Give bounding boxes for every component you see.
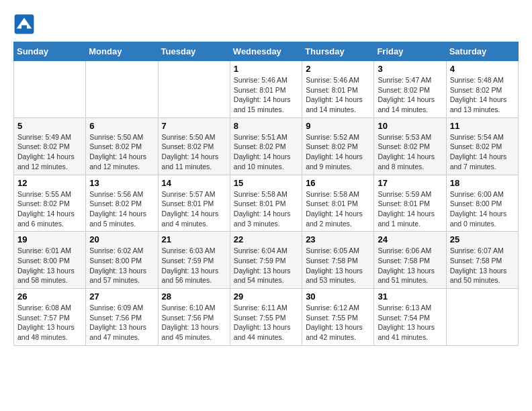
day-info: Sunrise: 6:02 AM Sunset: 8:00 PM Dayligh… xyxy=(89,246,154,285)
day-info: Sunrise: 6:06 AM Sunset: 7:58 PM Dayligh… xyxy=(378,246,442,285)
day-info: Sunrise: 5:46 AM Sunset: 8:01 PM Dayligh… xyxy=(306,75,370,115)
day-cell: 12Sunrise: 5:55 AM Sunset: 8:02 PM Dayli… xyxy=(14,175,86,232)
day-number: 27 xyxy=(89,291,154,302)
day-number: 14 xyxy=(162,178,226,188)
day-number: 4 xyxy=(450,64,515,74)
day-number: 2 xyxy=(306,64,370,74)
day-cell: 22Sunrise: 6:04 AM Sunset: 7:59 PM Dayli… xyxy=(230,232,302,289)
day-number: 19 xyxy=(17,234,82,244)
day-number: 13 xyxy=(89,178,154,188)
column-header-saturday: Saturday xyxy=(446,42,518,61)
header-row: SundayMondayTuesdayWednesdayThursdayFrid… xyxy=(14,42,519,61)
day-cell xyxy=(158,61,230,118)
logo-icon xyxy=(13,13,35,35)
day-number: 24 xyxy=(378,234,442,244)
week-row-4: 19Sunrise: 6:01 AM Sunset: 8:00 PM Dayli… xyxy=(14,232,519,289)
day-info: Sunrise: 5:58 AM Sunset: 8:01 PM Dayligh… xyxy=(234,189,298,229)
svg-rect-2 xyxy=(21,26,27,32)
day-number: 21 xyxy=(162,234,226,244)
day-info: Sunrise: 5:54 AM Sunset: 8:02 PM Dayligh… xyxy=(450,132,515,172)
week-row-2: 5Sunrise: 5:49 AM Sunset: 8:02 PM Daylig… xyxy=(14,118,519,175)
day-cell: 28Sunrise: 6:10 AM Sunset: 7:56 PM Dayli… xyxy=(158,289,230,346)
day-cell: 8Sunrise: 5:51 AM Sunset: 8:02 PM Daylig… xyxy=(230,118,302,175)
day-cell xyxy=(446,289,518,346)
day-cell xyxy=(86,61,158,118)
day-number: 16 xyxy=(306,178,370,188)
day-info: Sunrise: 5:57 AM Sunset: 8:01 PM Dayligh… xyxy=(162,189,226,229)
day-info: Sunrise: 5:49 AM Sunset: 8:02 PM Dayligh… xyxy=(17,132,82,172)
day-number: 22 xyxy=(234,234,298,244)
day-number: 26 xyxy=(17,291,82,302)
day-info: Sunrise: 5:59 AM Sunset: 8:01 PM Dayligh… xyxy=(378,189,442,229)
day-info: Sunrise: 6:09 AM Sunset: 7:56 PM Dayligh… xyxy=(89,303,154,342)
day-cell: 26Sunrise: 6:08 AM Sunset: 7:57 PM Dayli… xyxy=(14,289,86,346)
day-info: Sunrise: 5:58 AM Sunset: 8:01 PM Dayligh… xyxy=(306,189,370,229)
day-cell: 6Sunrise: 5:50 AM Sunset: 8:02 PM Daylig… xyxy=(86,118,158,175)
day-number: 15 xyxy=(234,178,298,188)
day-number: 31 xyxy=(378,291,442,302)
day-number: 7 xyxy=(162,121,226,131)
day-number: 29 xyxy=(234,291,298,302)
day-cell: 11Sunrise: 5:54 AM Sunset: 8:02 PM Dayli… xyxy=(446,118,518,175)
page-header xyxy=(13,13,519,35)
day-info: Sunrise: 5:51 AM Sunset: 8:02 PM Dayligh… xyxy=(234,132,298,172)
day-number: 5 xyxy=(17,121,82,131)
day-info: Sunrise: 5:52 AM Sunset: 8:02 PM Dayligh… xyxy=(306,132,370,172)
day-number: 20 xyxy=(89,234,154,244)
day-number: 23 xyxy=(306,234,370,244)
column-header-friday: Friday xyxy=(374,42,446,61)
column-header-monday: Monday xyxy=(86,42,158,61)
day-info: Sunrise: 6:08 AM Sunset: 7:57 PM Dayligh… xyxy=(17,303,82,342)
week-row-1: 1Sunrise: 5:46 AM Sunset: 8:01 PM Daylig… xyxy=(14,61,519,118)
day-cell: 16Sunrise: 5:58 AM Sunset: 8:01 PM Dayli… xyxy=(302,175,374,232)
column-header-thursday: Thursday xyxy=(302,42,374,61)
day-info: Sunrise: 6:10 AM Sunset: 7:56 PM Dayligh… xyxy=(162,303,226,342)
day-number: 30 xyxy=(306,291,370,302)
day-number: 28 xyxy=(162,291,226,302)
week-row-5: 26Sunrise: 6:08 AM Sunset: 7:57 PM Dayli… xyxy=(14,289,519,346)
day-info: Sunrise: 5:47 AM Sunset: 8:02 PM Dayligh… xyxy=(378,75,442,115)
day-number: 3 xyxy=(378,64,442,74)
day-number: 17 xyxy=(378,178,442,188)
day-cell: 23Sunrise: 6:05 AM Sunset: 7:58 PM Dayli… xyxy=(302,232,374,289)
day-info: Sunrise: 6:00 AM Sunset: 8:00 PM Dayligh… xyxy=(450,189,515,229)
day-info: Sunrise: 5:50 AM Sunset: 8:02 PM Dayligh… xyxy=(162,132,226,172)
day-cell: 3Sunrise: 5:47 AM Sunset: 8:02 PM Daylig… xyxy=(374,61,446,118)
day-cell: 1Sunrise: 5:46 AM Sunset: 8:01 PM Daylig… xyxy=(230,61,302,118)
day-info: Sunrise: 5:46 AM Sunset: 8:01 PM Dayligh… xyxy=(234,75,298,115)
day-cell: 31Sunrise: 6:13 AM Sunset: 7:54 PM Dayli… xyxy=(374,289,446,346)
week-row-3: 12Sunrise: 5:55 AM Sunset: 8:02 PM Dayli… xyxy=(14,175,519,232)
day-cell: 20Sunrise: 6:02 AM Sunset: 8:00 PM Dayli… xyxy=(86,232,158,289)
day-cell: 2Sunrise: 5:46 AM Sunset: 8:01 PM Daylig… xyxy=(302,61,374,118)
day-cell: 7Sunrise: 5:50 AM Sunset: 8:02 PM Daylig… xyxy=(158,118,230,175)
day-info: Sunrise: 6:05 AM Sunset: 7:58 PM Dayligh… xyxy=(306,246,370,285)
day-cell: 25Sunrise: 6:07 AM Sunset: 7:58 PM Dayli… xyxy=(446,232,518,289)
day-cell xyxy=(14,61,86,118)
day-info: Sunrise: 5:53 AM Sunset: 8:02 PM Dayligh… xyxy=(378,132,442,172)
day-info: Sunrise: 6:11 AM Sunset: 7:55 PM Dayligh… xyxy=(234,303,298,342)
day-info: Sunrise: 5:55 AM Sunset: 8:02 PM Dayligh… xyxy=(17,189,82,229)
day-info: Sunrise: 6:07 AM Sunset: 7:58 PM Dayligh… xyxy=(450,246,515,285)
day-number: 10 xyxy=(378,121,442,131)
column-header-wednesday: Wednesday xyxy=(230,42,302,61)
day-info: Sunrise: 6:04 AM Sunset: 7:59 PM Dayligh… xyxy=(234,246,298,285)
day-info: Sunrise: 6:01 AM Sunset: 8:00 PM Dayligh… xyxy=(17,246,82,285)
day-cell: 30Sunrise: 6:12 AM Sunset: 7:55 PM Dayli… xyxy=(302,289,374,346)
day-cell: 5Sunrise: 5:49 AM Sunset: 8:02 PM Daylig… xyxy=(14,118,86,175)
day-info: Sunrise: 6:12 AM Sunset: 7:55 PM Dayligh… xyxy=(306,303,370,342)
day-cell: 29Sunrise: 6:11 AM Sunset: 7:55 PM Dayli… xyxy=(230,289,302,346)
day-cell: 14Sunrise: 5:57 AM Sunset: 8:01 PM Dayli… xyxy=(158,175,230,232)
day-number: 12 xyxy=(17,178,82,188)
column-header-sunday: Sunday xyxy=(14,42,86,61)
day-cell: 9Sunrise: 5:52 AM Sunset: 8:02 PM Daylig… xyxy=(302,118,374,175)
day-cell: 15Sunrise: 5:58 AM Sunset: 8:01 PM Dayli… xyxy=(230,175,302,232)
day-number: 11 xyxy=(450,121,515,131)
day-number: 25 xyxy=(450,234,515,244)
day-number: 1 xyxy=(234,64,298,74)
day-cell: 17Sunrise: 5:59 AM Sunset: 8:01 PM Dayli… xyxy=(374,175,446,232)
day-cell: 18Sunrise: 6:00 AM Sunset: 8:00 PM Dayli… xyxy=(446,175,518,232)
day-info: Sunrise: 5:56 AM Sunset: 8:02 PM Dayligh… xyxy=(89,189,154,229)
day-cell: 19Sunrise: 6:01 AM Sunset: 8:00 PM Dayli… xyxy=(14,232,86,289)
day-cell: 10Sunrise: 5:53 AM Sunset: 8:02 PM Dayli… xyxy=(374,118,446,175)
day-info: Sunrise: 5:48 AM Sunset: 8:02 PM Dayligh… xyxy=(450,75,515,115)
